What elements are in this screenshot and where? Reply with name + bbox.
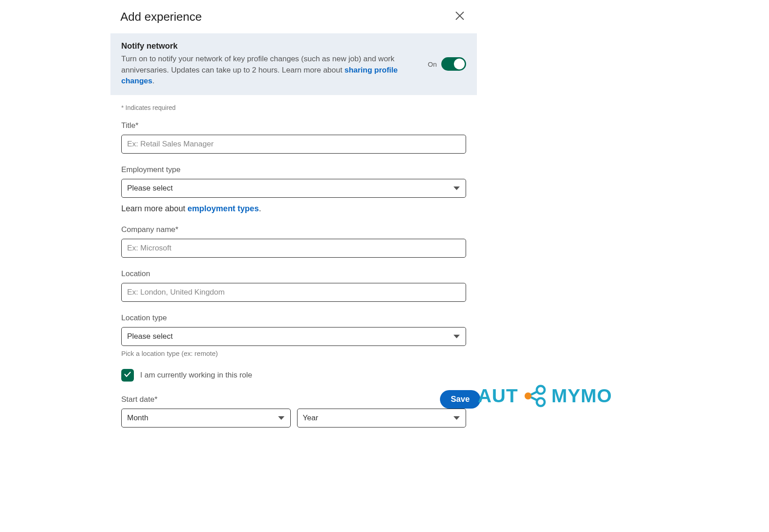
location-type-selected: Please select: [121, 327, 466, 346]
close-icon: [454, 9, 465, 24]
location-label: Location: [121, 269, 466, 278]
notify-text-block: Notify network Turn on to notify your ne…: [121, 41, 419, 87]
start-date-row: Month Year: [121, 409, 466, 427]
notify-desc-suffix: .: [152, 77, 155, 85]
current-role-label: I am currently working in this role: [140, 371, 252, 380]
toggle-state-label: On: [428, 60, 437, 68]
save-button[interactable]: Save: [440, 390, 481, 409]
watermark-logo-icon: [522, 383, 548, 409]
start-date-label: Start date*: [121, 395, 466, 404]
location-type-helper: Pick a location type (ex: remote): [121, 350, 466, 357]
notify-network-bar: Notify network Turn on to notify your ne…: [110, 33, 477, 95]
svg-point-4: [537, 398, 545, 406]
employment-type-helper: Learn more about employment types.: [121, 204, 466, 214]
location-type-select[interactable]: Please select: [121, 327, 466, 346]
notify-title: Notify network: [121, 41, 419, 51]
start-month-value: Month: [121, 409, 291, 427]
employment-type-label: Employment type: [121, 165, 466, 174]
location-type-label: Location type: [121, 314, 466, 323]
employment-type-field: Employment type Please select Learn more…: [121, 165, 466, 214]
automymo-watermark: AUT MYMO: [478, 383, 612, 409]
toggle-knob: [454, 59, 465, 69]
watermark-text-mymo: MYMO: [551, 385, 612, 407]
modal-header: Add experience: [110, 0, 477, 33]
employment-type-selected: Please select: [121, 179, 466, 198]
company-name-input[interactable]: [121, 239, 466, 258]
close-button[interactable]: [453, 8, 467, 25]
start-date-field: Start date* Month Year: [121, 395, 466, 427]
modal-title: Add experience: [120, 10, 202, 24]
form-body: * Indicates required Title* Employment t…: [110, 95, 477, 437]
location-input[interactable]: [121, 283, 466, 302]
title-label: Title*: [121, 121, 466, 130]
notify-toggle[interactable]: [441, 57, 466, 71]
notify-toggle-wrap: On: [428, 57, 466, 71]
employment-types-link[interactable]: employment types: [188, 204, 259, 213]
start-year-select[interactable]: Year: [297, 409, 467, 427]
svg-point-2: [537, 386, 545, 394]
add-experience-modal: Add experience Notify network Turn on to…: [110, 0, 477, 437]
employment-helper-suffix: .: [259, 204, 261, 213]
title-field: Title*: [121, 121, 466, 154]
required-indicator-note: * Indicates required: [121, 104, 466, 111]
notify-description: Turn on to notify your network of key pr…: [121, 54, 419, 87]
current-role-checkbox[interactable]: [121, 369, 134, 382]
company-name-field: Company name*: [121, 225, 466, 258]
start-month-select[interactable]: Month: [121, 409, 291, 427]
location-type-field: Location type Please select Pick a locat…: [121, 314, 466, 357]
check-icon: [124, 370, 132, 380]
svg-point-3: [525, 392, 531, 399]
employment-helper-prefix: Learn more about: [121, 204, 188, 213]
location-field: Location: [121, 269, 466, 302]
employment-type-select[interactable]: Please select: [121, 179, 466, 198]
title-input[interactable]: [121, 135, 466, 154]
company-name-label: Company name*: [121, 225, 466, 234]
current-role-row: I am currently working in this role: [121, 369, 466, 382]
start-year-value: Year: [297, 409, 467, 427]
watermark-text-auto: AUT: [478, 385, 518, 407]
